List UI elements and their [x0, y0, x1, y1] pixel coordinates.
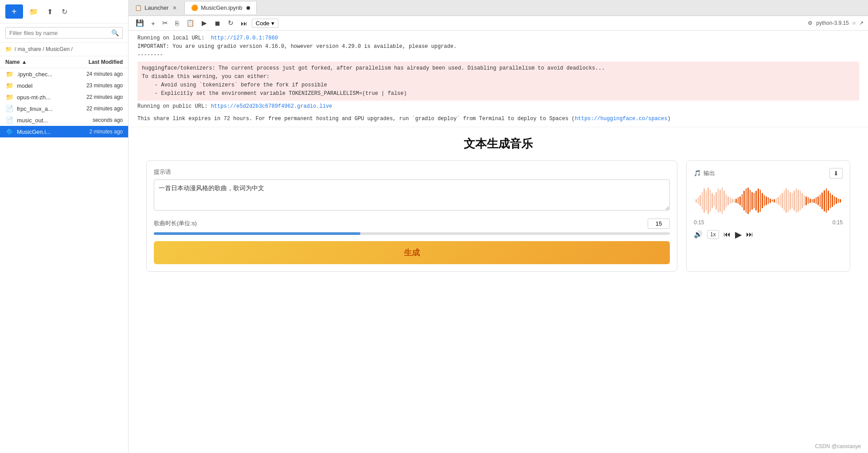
file-item[interactable]: 📄 music_out... seconds ago	[0, 114, 128, 126]
notebook-icon: 🔷	[5, 128, 13, 135]
waveform-bar	[768, 197, 769, 204]
file-modified: seconds ago	[65, 117, 123, 123]
public-url-link[interactable]: https://e5d2d2b3c6789f4962.gradio.live	[211, 103, 332, 109]
output-header: 🎵 输出 ⬇	[694, 168, 843, 179]
waveform-bar	[782, 193, 783, 208]
restart-button[interactable]: ↻	[225, 18, 236, 28]
file-name: frpc_linux_a...	[17, 105, 65, 112]
local-url-link[interactable]: http://127.0.0.1:7860	[211, 35, 278, 41]
waveform-bar	[778, 197, 779, 205]
waveform-bar	[812, 199, 813, 203]
file-modified: 22 minutes ago	[65, 94, 123, 100]
cell-type-label: Code	[256, 20, 270, 27]
share-icon[interactable]: ↗	[859, 20, 864, 26]
waveform-bar	[774, 199, 775, 203]
run-button[interactable]: ▶	[199, 18, 210, 28]
waveform-bar	[704, 188, 705, 213]
paste-button[interactable]: 📋	[184, 18, 197, 28]
copy-button[interactable]: ⎘	[172, 18, 182, 28]
waveform-bar	[714, 195, 715, 206]
notebook-content[interactable]: Running on local URL: http://127.0.0.1:7…	[129, 31, 868, 453]
main-content: 📋 Launcher ✕ 🟠 MusicGen.ipynb 💾 + ✂ ⎘ 📋 …	[129, 0, 868, 453]
cell-type-select[interactable]: Code ▾	[252, 19, 278, 28]
download-button[interactable]: ⬇	[829, 168, 843, 179]
search-input[interactable]	[9, 30, 111, 36]
waveform-bar	[780, 195, 781, 206]
log-line-local-url: Running on local URL: http://127.0.0.1:7…	[137, 34, 859, 43]
play-button[interactable]: ▶	[735, 229, 742, 240]
rewind-button[interactable]: ⏮	[723, 230, 731, 238]
waveform-bar	[816, 197, 817, 204]
waveform-bar	[706, 191, 707, 211]
sidebar-search: 🔍	[0, 23, 128, 43]
waveform-bar	[698, 197, 699, 204]
waveform-bar	[824, 190, 825, 211]
tab-icon: 🟠	[191, 4, 198, 11]
spaces-link[interactable]: https://huggingface.co/spaces	[575, 116, 668, 122]
tab-label: Launcher	[145, 4, 168, 11]
waveform-bar	[762, 193, 763, 208]
tab-bar: 📋 Launcher ✕ 🟠 MusicGen.ipynb	[129, 0, 868, 16]
speed-button[interactable]: 1x	[707, 230, 719, 239]
log-line-separator: --------	[137, 51, 859, 59]
input-panel: 提示语 一首日本动漫风格的歌曲，歌词为中文 歌曲时长(单位:s) 15 生成	[146, 160, 677, 272]
file-item[interactable]: 📁 opus-mt-zh... 22 minutes ago	[0, 91, 128, 103]
time-end: 0:15	[833, 219, 843, 226]
toolbar-right: ⚙ python-3.9.15 ○ ↗	[808, 20, 864, 26]
folder-icon: 📁	[5, 82, 13, 89]
file-list-header: Name ▲ Last Modified	[0, 56, 128, 68]
cut-button[interactable]: ✂	[160, 18, 171, 28]
fast-forward-player-button[interactable]: ⏭	[746, 230, 753, 238]
generate-button[interactable]: 生成	[154, 241, 670, 264]
duration-label: 歌曲时长(单位:s)	[154, 219, 648, 227]
breadcrumb: 📁 / ma_share / MusicGen /	[0, 43, 128, 56]
file-name: model	[17, 82, 65, 89]
file-item[interactable]: 📁 model 23 minutes ago	[0, 80, 128, 91]
waveform-bar	[766, 196, 767, 205]
waveform-bar	[826, 188, 827, 213]
python-version-label: python-3.9.15	[816, 20, 848, 26]
waveform-bar	[786, 188, 787, 213]
waveform-bar	[735, 199, 737, 203]
chevron-down-icon: ▾	[271, 20, 274, 27]
waveform-bar	[794, 191, 795, 211]
time-start: 0:15	[694, 219, 704, 226]
upload-folder-button[interactable]: 📁	[27, 6, 41, 18]
waveform-bar	[805, 196, 807, 205]
modified-column-header[interactable]: Last Modified	[65, 59, 123, 65]
waveform-bar	[760, 190, 761, 212]
tab-launcher[interactable]: 📋 Launcher ✕	[129, 2, 185, 14]
output-label: 🎵 输出	[694, 169, 715, 177]
file-item[interactable]: 📁 .ipynb_chec... 24 minutes ago	[0, 68, 128, 80]
waveform-bar	[702, 192, 703, 210]
settings-icon[interactable]: ⚙	[808, 20, 813, 26]
tab-close-button[interactable]: ✕	[171, 4, 178, 12]
file-modified: 2 minutes ago	[65, 129, 123, 135]
waveform-bar	[796, 188, 797, 213]
file-name: .ipynb_chec...	[17, 71, 65, 78]
waveform-bar	[830, 193, 831, 208]
stop-button[interactable]: ⏹	[211, 18, 223, 28]
save-button[interactable]: 💾	[133, 18, 147, 28]
player-controls: 🔊 1x ⏮ ▶ ⏭	[694, 229, 843, 240]
upload-file-button[interactable]: ⬆	[44, 6, 55, 18]
file-item[interactable]: 🔷 MusicGen.i... 2 minutes ago	[0, 126, 128, 137]
name-column-header[interactable]: Name ▲	[5, 59, 65, 65]
log-line-share: This share link expires in 72 hours. For…	[137, 115, 859, 123]
waveform-bar	[746, 188, 747, 213]
refresh-button[interactable]: ↻	[59, 6, 70, 18]
waveform-bar	[790, 192, 791, 210]
duration-slider[interactable]	[154, 232, 670, 235]
volume-button[interactable]: 🔊	[694, 230, 703, 238]
tab-musicgen-ipynb[interactable]: 🟠 MusicGen.ipynb	[185, 2, 257, 14]
add-cell-button[interactable]: +	[149, 18, 158, 28]
log-line-important: IMPORTANT: You are using gradio version …	[137, 43, 859, 51]
waveform-bars	[694, 187, 843, 214]
fast-forward-button[interactable]: ⏭	[238, 18, 250, 28]
new-button[interactable]: +	[5, 4, 23, 19]
duration-row: 歌曲时长(单位:s) 15	[154, 219, 670, 229]
folder-icon: 📁	[5, 70, 13, 78]
prompt-input[interactable]: 一首日本动漫风格的歌曲，歌词为中文	[154, 180, 670, 211]
waveform-bar	[800, 191, 801, 211]
file-item[interactable]: 📄 frpc_linux_a... 22 minutes ago	[0, 103, 128, 114]
